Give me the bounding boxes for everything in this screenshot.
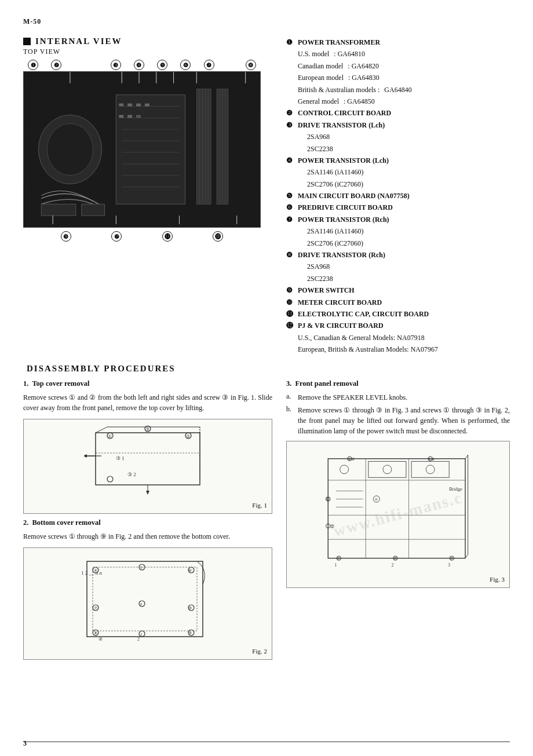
fig3-label: Fig. 3 <box>291 576 505 583</box>
svg-rect-22 <box>127 104 132 107</box>
disassembly-title: DISASSEMBLY PROCEDURES <box>23 364 510 374</box>
proc-right: 3. Front panel removal a. Remove the SPE… <box>286 379 510 664</box>
svg-text:2: 2 <box>392 563 394 568</box>
svg-text:②: ② <box>393 556 397 560</box>
svg-point-93 <box>340 465 349 473</box>
svg-text:⑨: ⑨ <box>188 606 192 611</box>
svg-text:⑧: ⑧ <box>98 637 103 642</box>
component-item-10: ❿ METER CIRCUIT BOARD <box>286 297 510 308</box>
svg-text:1 2 __ n n: 1 2 __ n n <box>81 570 103 576</box>
component-item-2: ❷ CONTROL CIRCUIT BOARD <box>286 107 510 119</box>
component-item-1: ❶ POWER TRANSFORMER <box>286 36 510 48</box>
component-sub-us: U.S. model : GA64810 <box>286 48 510 60</box>
svg-rect-12 <box>196 89 211 204</box>
num-3: ❸ <box>111 60 121 70</box>
svg-rect-96 <box>368 461 406 477</box>
figure-3: ⑥⑩ ⑨⑧ ① ② ③ ⑫ <box>323 446 473 574</box>
proc-left: 1. Top cover removal Remove screws ① and… <box>23 379 272 664</box>
svg-rect-97 <box>411 461 449 477</box>
svg-text:①: ① <box>108 434 112 439</box>
component-item-7: ❼ POWER TRANSISTOR (Rch) <box>286 214 510 225</box>
num-8: ❽ <box>246 60 256 70</box>
num-12: ⓬ <box>213 231 223 242</box>
component-sub-4a: 2SA1146 (iA11460) <box>286 166 510 178</box>
num-11: ⓫ <box>162 231 173 242</box>
svg-point-95 <box>426 465 435 473</box>
svg-text:8: 8 <box>140 602 143 607</box>
num-7: ❼ <box>204 60 214 70</box>
disassembly-section: DISASSEMBLY PROCEDURES 1. Top cover remo… <box>23 364 510 664</box>
svg-rect-23 <box>136 104 141 107</box>
page: M-50 INTERNAL VIEW TOP VIEW ❶ ❷ ❸ ❹ ❺ ❻ … <box>0 0 533 756</box>
figure-2: 1 2 __ n n ④ 5 ⑥ ⑦ 8 <box>78 553 217 645</box>
component-sub-8a: 2SA968 <box>286 261 510 272</box>
num-1: ❶ <box>28 60 38 70</box>
svg-marker-58 <box>84 454 87 458</box>
num-5: ❺ <box>157 60 167 70</box>
top-numbers: ❶ ❷ ❸ ❹ ❺ ❻ ❼ ❽ <box>23 60 261 70</box>
component-item-12: ⓬ PJ & VR CIRCUIT BOARD <box>286 320 510 331</box>
svg-line-42 <box>96 427 107 433</box>
component-item-5: ❺ MAIN CIRCUIT BOARD (NA07758) <box>286 190 510 202</box>
svg-text:⑦: ⑦ <box>94 606 97 611</box>
section-icon <box>23 38 31 45</box>
svg-text:1: 1 <box>334 563 337 568</box>
svg-rect-21 <box>119 104 123 107</box>
component-item-9: ❾ POWER SWITCH <box>286 284 510 296</box>
svg-rect-3 <box>116 95 185 204</box>
component-item-8: ❽ DRIVE TRANSISTOR (Rch) <box>286 249 510 261</box>
component-item-11: ⓫ ELECTROLYTIC CAP, CIRCUIT BOARD <box>286 308 510 320</box>
svg-text:⑥⑩: ⑥⑩ <box>348 456 355 461</box>
svg-text:③ 1: ③ 1 <box>116 455 125 461</box>
right-column: ❶ POWER TRANSFORMER U.S. model : GA64810… <box>286 36 510 356</box>
svg-text:③: ③ <box>145 427 149 432</box>
svg-rect-25 <box>119 115 123 118</box>
top-view-label: TOP VIEW <box>23 48 272 56</box>
svg-rect-26 <box>127 115 132 118</box>
component-sub-7a: 2SA1146 (iA11460) <box>286 225 510 237</box>
component-item-6: ❻ PREDRIVE CIRCUIT BOARD <box>286 202 510 213</box>
component-sub-canadian: Canadian model : GA64820 <box>286 60 510 72</box>
svg-text:⑨: ⑨ <box>188 631 192 636</box>
page-id: M-50 <box>23 17 510 26</box>
num-9: ❾ <box>61 231 71 242</box>
svg-text:④: ④ <box>94 568 97 573</box>
step-3a: a. Remove the SPEAKER LEVEL knobs. <box>286 392 510 403</box>
num-6: ❻ <box>180 60 191 70</box>
main-content: INTERNAL VIEW TOP VIEW ❶ ❷ ❸ ❹ ❺ ❻ ❼ ❽ <box>23 36 510 356</box>
svg-text:③: ③ <box>450 556 453 560</box>
fig1-box: ① ② ③ <box>23 419 272 514</box>
step-3: 3. Front panel removal a. Remove the SPE… <box>286 379 510 588</box>
num-4: ❹ <box>134 60 144 70</box>
svg-text:⑨⑧: ⑨⑧ <box>428 456 435 461</box>
component-sub-3b: 2SC2238 <box>286 143 510 155</box>
internal-view-title: INTERNAL VIEW <box>23 36 272 46</box>
svg-text:2: 2 <box>137 637 140 642</box>
svg-rect-29 <box>82 204 105 216</box>
svg-rect-27 <box>136 115 141 118</box>
step-1: 1. Top cover removal Remove screws ① and… <box>23 379 272 514</box>
component-sub-12a: U.S., Canadian & General Models: NA07918 <box>286 332 510 344</box>
component-sub-european: European model : GA64830 <box>286 72 510 83</box>
svg-rect-28 <box>41 204 76 216</box>
svg-point-94 <box>383 465 392 473</box>
svg-rect-61 <box>87 561 203 637</box>
figure-1: ① ② ③ <box>84 424 211 499</box>
svg-point-2 <box>47 123 93 175</box>
component-sub-3a: 2SA968 <box>286 131 510 143</box>
svg-rect-41 <box>96 433 200 485</box>
left-column: INTERNAL VIEW TOP VIEW ❶ ❷ ❸ ❹ ❺ ❻ ❼ ❽ <box>23 36 272 356</box>
num-10: ❿ <box>111 231 122 242</box>
svg-point-48 <box>107 476 113 482</box>
component-list: ❶ POWER TRANSFORMER U.S. model : GA64810… <box>286 36 510 356</box>
bottom-numbers: ❾ ❿ ⓫ ⓬ <box>23 231 261 242</box>
svg-text:①: ① <box>337 556 340 560</box>
svg-rect-24 <box>145 104 149 107</box>
svg-text:H: H <box>375 497 378 501</box>
component-sub-7b: 2SC2706 (iC27060) <box>286 238 510 249</box>
component-sub-general: General model : GA64850 <box>286 96 510 107</box>
svg-text:②: ② <box>186 434 190 439</box>
num-2: ❷ <box>51 60 61 70</box>
step-2: 2. Bottom cover removal Remove screws ① … <box>23 518 272 660</box>
svg-text:⑫: ⑫ <box>326 497 330 501</box>
